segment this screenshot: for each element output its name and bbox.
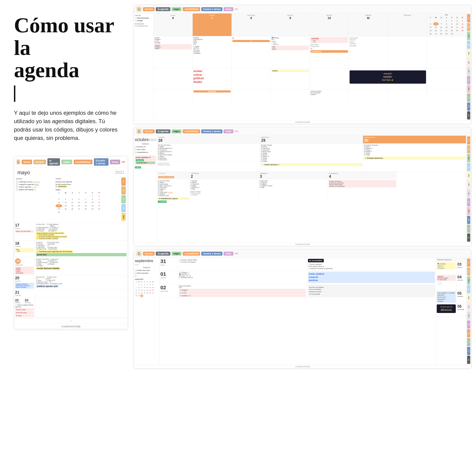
- card1-body: checks Descrúcion pelo corregir descripc…: [134, 13, 471, 120]
- card3-d02-info: 02 miércoles: [159, 284, 178, 298]
- cell3-domingo: [388, 90, 427, 101]
- card3-d03-num: 03 jueves: [457, 262, 466, 274]
- week-body-bot: Síte-nopsi enviar borradortris al donart…: [154, 90, 466, 101]
- mini-agenda-preview: 🏠 inicio horario la agenda viajes contab…: [14, 156, 128, 329]
- card3-d04-num: 04 viernes: [457, 274, 466, 290]
- tab-extra[interactable]: [122, 161, 125, 163]
- day-19: 19 miércoles acabarpáginacursospackaging: [14, 257, 35, 275]
- c3s-may[interactable]: may: [467, 294, 470, 302]
- c2s-may[interactable]: may: [467, 172, 470, 180]
- check-item-1: Descrúcion pelo: [137, 17, 149, 19]
- day17-tag: quiero con fina finde: [15, 230, 34, 232]
- card3-tab-listas[interactable]: listas: [223, 252, 233, 256]
- tareas-label: tareas: [16, 177, 56, 180]
- sidebar-jun[interactable]: jun: [467, 58, 470, 67]
- card3-tab-horario[interactable]: horario: [143, 252, 155, 256]
- c3s-dic[interactable]: dic: [467, 356, 470, 364]
- sidebar-jul[interactable]: jul: [467, 67, 470, 75]
- sidebar-oct[interactable]: oct: [467, 94, 470, 102]
- card1-tab-viajes[interactable]: viajes: [172, 7, 182, 11]
- card2-home-icon[interactable]: 🏠: [136, 128, 142, 134]
- sidebar-ago[interactable]: ago: [467, 76, 470, 84]
- c3s-mar[interactable]: mar: [467, 276, 470, 284]
- card1-tab-extra[interactable]: [234, 8, 238, 10]
- c3s-jun[interactable]: jun: [467, 303, 470, 311]
- c2s-jul[interactable]: jul: [467, 189, 470, 197]
- side-mar[interactable]: mar: [121, 195, 126, 203]
- card2-tab-extra[interactable]: [234, 131, 238, 132]
- c2s-abr[interactable]: abr: [467, 163, 470, 171]
- tab-estudio[interactable]: Estudio y tareas: [94, 158, 108, 166]
- c2s-dic[interactable]: dic: [467, 233, 470, 242]
- card1-home-icon[interactable]: 🏠: [136, 6, 142, 12]
- card3-home-icon[interactable]: 🏠: [136, 251, 142, 256]
- c2s-ago[interactable]: ago: [467, 198, 470, 206]
- sidebar-feb[interactable]: feb: [467, 23, 470, 31]
- card3-mini-cal: septiembre LMXJVSD 123456 78910111213 14…: [135, 278, 158, 297]
- c3s-abr[interactable]: abr: [467, 285, 470, 293]
- c3s-sep[interactable]: sep: [467, 329, 470, 337]
- card3-tab-viajes[interactable]: viajes: [172, 252, 182, 256]
- cell3-martes: Síte-nopsi: [193, 90, 232, 101]
- card3-d03: 📚 amabasc•aero 3A Jóvep 3 03 jueves: [436, 262, 466, 274]
- card2-tab-listas[interactable]: listas: [223, 129, 233, 133]
- cell2-viernes: [310, 69, 349, 90]
- tab-la-agenda[interactable]: la agenda: [48, 158, 60, 166]
- tab-listas[interactable]: listas: [110, 160, 120, 164]
- c3s-ene[interactable]: ene: [467, 259, 470, 267]
- card3-body: septiembre 2020 TAREAS Pedido telas rojo…: [134, 258, 471, 365]
- side-may[interactable]: may: [121, 213, 126, 221]
- sidebar-abr[interactable]: abr: [467, 41, 470, 49]
- card2-tab-agenda[interactable]: la agenda: [156, 129, 170, 133]
- c2s-oct[interactable]: oct: [467, 216, 470, 224]
- card2-h-dom: DOMINGO 4: [328, 172, 397, 179]
- header-jueves: jueves 9: [271, 13, 310, 36]
- c2s-nov[interactable]: nov: [467, 225, 470, 233]
- task-3: vídeos agenda martes: [16, 186, 56, 188]
- c2s-feb[interactable]: feb: [467, 145, 470, 153]
- c2s-mar[interactable]: mar: [467, 154, 470, 162]
- card2-tab-viajes[interactable]: viajes: [172, 129, 182, 133]
- card3-tab-agenda[interactable]: la agenda: [156, 252, 170, 256]
- card3-d01-info: 01 martes: [159, 271, 178, 284]
- card3-sidebar: ene feb mar abr may jun jul ago sep oct …: [466, 258, 471, 365]
- sidebar-may[interactable]: may: [467, 49, 470, 58]
- c2s-jun[interactable]: jun: [467, 181, 470, 189]
- card1-tab-agenda[interactable]: la agenda: [156, 7, 170, 11]
- card1-tab-conta[interactable]: contabilidad: [183, 7, 200, 11]
- online-badge: online: [135, 166, 141, 168]
- side-feb[interactable]: feb: [121, 186, 126, 194]
- sidebar-mar[interactable]: mar: [467, 32, 470, 40]
- c2s-sep[interactable]: sep: [467, 207, 470, 215]
- side-abr[interactable]: abr: [121, 204, 126, 212]
- card2-tareas: octubre 2020 TAREAS terminar 1/9 hacer d…: [134, 136, 157, 242]
- card2-tab-estudio[interactable]: horario y tareas: [201, 129, 223, 133]
- sidebar-dic[interactable]: dic: [467, 111, 470, 119]
- card3-d05-num: 05 sábado: [457, 291, 466, 303]
- main-title: Cómo usar la agenda: [14, 14, 118, 81]
- tab-horario[interactable]: horario: [33, 160, 46, 164]
- card3-tab-estudio[interactable]: horario y tareas: [201, 252, 223, 256]
- card1-tab-horario[interactable]: horario: [143, 7, 155, 11]
- c3s-feb[interactable]: feb: [467, 267, 470, 276]
- card1-tab-estudio[interactable]: horario y tareas: [201, 7, 223, 11]
- card2-tab-conta[interactable]: contabilidad: [183, 129, 200, 133]
- todo-section: to do Láminas 1ª conectar Conectar illic…: [135, 155, 156, 165]
- sidebar-nov[interactable]: nov: [467, 102, 470, 111]
- card2-tab-horario[interactable]: horario: [143, 129, 155, 133]
- card1-tab-listas[interactable]: listas: [223, 7, 233, 11]
- nav-home-icon[interactable]: 🏠: [17, 159, 20, 165]
- c3s-jul[interactable]: jul: [467, 312, 470, 320]
- card3-tab-extra[interactable]: [234, 253, 238, 254]
- sidebar-sep[interactable]: sep: [467, 85, 470, 93]
- c3s-nov[interactable]: nov: [467, 347, 470, 355]
- tab-contabilidad[interactable]: contabilidad: [74, 160, 93, 164]
- side-ene[interactable]: ene: [121, 177, 126, 186]
- card3-tab-conta[interactable]: contabilidad: [183, 252, 200, 256]
- c2s-ene[interactable]: ene: [467, 136, 470, 145]
- c3s-ago[interactable]: ago: [467, 320, 470, 329]
- tab-inicio[interactable]: inicio: [22, 160, 32, 164]
- c3s-oct[interactable]: oct: [467, 338, 470, 346]
- tab-viajes[interactable]: viajes: [61, 160, 72, 164]
- sidebar-ene[interactable]: ene: [467, 14, 470, 22]
